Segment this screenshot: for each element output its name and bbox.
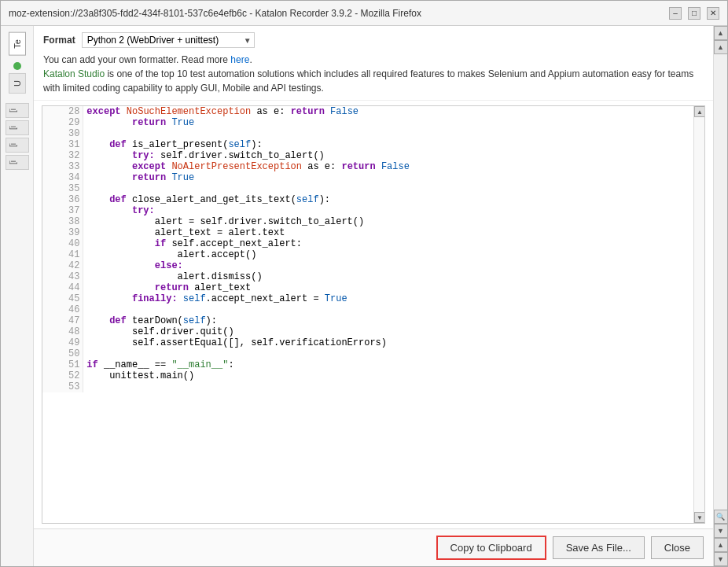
right-scroll-search-btn[interactable]: 🔍 <box>714 510 728 524</box>
table-row: 28except NoSuchElementException as e: re… <box>42 106 693 117</box>
code-viewer[interactable]: 28except NoSuchElementException as e: re… <box>42 106 693 523</box>
table-row: 34 return True <box>42 172 693 183</box>
line-number: 46 <box>42 304 83 315</box>
line-number: 43 <box>42 271 83 282</box>
line-number: 28 <box>42 106 83 117</box>
code-line: def is_alert_present(self): <box>83 139 693 150</box>
right-scroll-down-btn-3[interactable]: ▼ <box>714 552 728 566</box>
code-line <box>83 183 693 194</box>
info-text-before: You can add your own formatter. Read mor… <box>43 54 230 65</box>
line-number: 44 <box>42 282 83 293</box>
main-window: moz-extension://23a8f305-fdd2-434f-8101-… <box>0 0 728 567</box>
line-number: 47 <box>42 315 83 326</box>
table-row: 53 <box>42 381 693 392</box>
code-line <box>83 348 693 359</box>
table-row: 43 alert.dismiss() <box>42 271 693 282</box>
line-number: 38 <box>42 216 83 227</box>
line-number: 45 <box>42 293 83 304</box>
code-container: 28except NoSuchElementException as e: re… <box>42 105 705 524</box>
code-scroll-down-btn[interactable]: ▼ <box>694 512 704 523</box>
katalon-info: Katalon Studio is one of the top 10 test… <box>43 67 704 95</box>
code-line: def tearDown(self): <box>83 315 693 326</box>
table-row: 29 return True <box>42 117 693 128</box>
code-line: self.driver.quit() <box>83 326 693 337</box>
left-sidebar: Te U [i [i [i [i <box>1 26 34 566</box>
table-row: 45 finally: self.accept_next_alert = Tru… <box>42 293 693 304</box>
line-number: 53 <box>42 381 83 392</box>
line-number: 42 <box>42 260 83 271</box>
sidebar-item-2[interactable]: [i <box>6 120 29 135</box>
line-number: 30 <box>42 128 83 139</box>
restore-button[interactable]: □ <box>688 7 700 20</box>
save-as-file-button[interactable]: Save As File... <box>553 536 645 559</box>
bottom-bar: Copy to Clipboard Save As File... Close <box>34 528 713 566</box>
line-number: 37 <box>42 205 83 216</box>
table-row: 44 return alert_text <box>42 282 693 293</box>
code-line: alert.accept() <box>83 249 693 260</box>
right-scroll-up-btn[interactable]: ▲ <box>714 26 728 40</box>
format-row: Format Python 2 (WebDriver + unittest) ▼ <box>43 32 704 48</box>
copy-to-clipboard-button[interactable]: Copy to Clipboard <box>436 536 546 560</box>
code-scroll-up-btn[interactable]: ▲ <box>694 106 704 117</box>
info-text-after: . <box>249 54 252 65</box>
code-line <box>83 304 693 315</box>
table-row: 47 def tearDown(self): <box>42 315 693 326</box>
line-number: 48 <box>42 326 83 337</box>
line-number: 39 <box>42 227 83 238</box>
format-label: Format <box>43 35 75 46</box>
code-line: unittest.main() <box>83 370 693 381</box>
code-scrollbar: ▲ ▼ <box>693 106 704 523</box>
table-row: 42 else: <box>42 260 693 271</box>
line-number: 32 <box>42 150 83 161</box>
code-line: alert.dismiss() <box>83 271 693 282</box>
minimize-button[interactable]: – <box>669 7 682 20</box>
line-number: 35 <box>42 183 83 194</box>
format-select-wrapper: Python 2 (WebDriver + unittest) ▼ <box>82 32 255 48</box>
format-select[interactable]: Python 2 (WebDriver + unittest) <box>82 32 255 48</box>
katalon-description: is one of the top 10 test automation sol… <box>43 68 693 94</box>
code-table: 28except NoSuchElementException as e: re… <box>42 106 693 392</box>
line-number: 41 <box>42 249 83 260</box>
window-controls: – □ ✕ <box>669 7 719 20</box>
line-number: 50 <box>42 348 83 359</box>
right-scroll-btn-2[interactable]: ▲ <box>714 40 728 54</box>
window-title: moz-extension://23a8f305-fdd2-434f-8101-… <box>9 8 669 19</box>
line-number: 31 <box>42 139 83 150</box>
code-line: try: self.driver.switch_to_alert() <box>83 150 693 161</box>
code-line: alert = self.driver.switch_to_alert() <box>83 216 693 227</box>
table-row: 40 if self.accept_next_alert: <box>42 238 693 249</box>
close-window-button[interactable]: ✕ <box>707 7 719 20</box>
table-row: 38 alert = self.driver.switch_to_alert() <box>42 216 693 227</box>
table-row: 33 except NoAlertPresentException as e: … <box>42 161 693 172</box>
code-line: alert_text = alert.text <box>83 227 693 238</box>
sidebar-item-1[interactable]: [i <box>6 103 29 118</box>
sidebar-item-3[interactable]: [i <box>6 138 29 153</box>
table-row: 30 <box>42 128 693 139</box>
katalon-studio-text: Katalon Studio <box>43 68 105 79</box>
right-scroll-down-btn-2[interactable]: ▲ <box>714 538 728 552</box>
sidebar-tab-te[interactable]: Te <box>9 32 26 56</box>
line-number: 33 <box>42 161 83 172</box>
table-row: 48 self.driver.quit() <box>42 326 693 337</box>
code-scroll-track[interactable] <box>694 117 704 512</box>
table-row: 36 def close_alert_and_get_its_text(self… <box>42 194 693 205</box>
code-line: except NoSuchElementException as e: retu… <box>83 106 693 117</box>
table-row: 41 alert.accept() <box>42 249 693 260</box>
line-number: 49 <box>42 337 83 348</box>
here-link[interactable]: here <box>230 54 249 65</box>
code-line: if self.accept_next_alert: <box>83 238 693 249</box>
table-row: 32 try: self.driver.switch_to_alert() <box>42 150 693 161</box>
sidebar-item-4[interactable]: [i <box>6 155 29 170</box>
right-scroll-down-btn-1[interactable]: ▼ <box>714 524 728 538</box>
line-number: 36 <box>42 194 83 205</box>
code-line: try: <box>83 205 693 216</box>
right-scroll-track[interactable] <box>714 54 727 510</box>
table-row: 46 <box>42 304 693 315</box>
sidebar-tab-u[interactable]: U <box>9 73 26 94</box>
table-row: 35 <box>42 183 693 194</box>
code-scroll-area: 28except NoSuchElementException as e: re… <box>42 106 704 523</box>
code-line: return True <box>83 117 693 128</box>
line-number: 40 <box>42 238 83 249</box>
close-button[interactable]: Close <box>651 536 704 559</box>
table-row: 39 alert_text = alert.text <box>42 227 693 238</box>
